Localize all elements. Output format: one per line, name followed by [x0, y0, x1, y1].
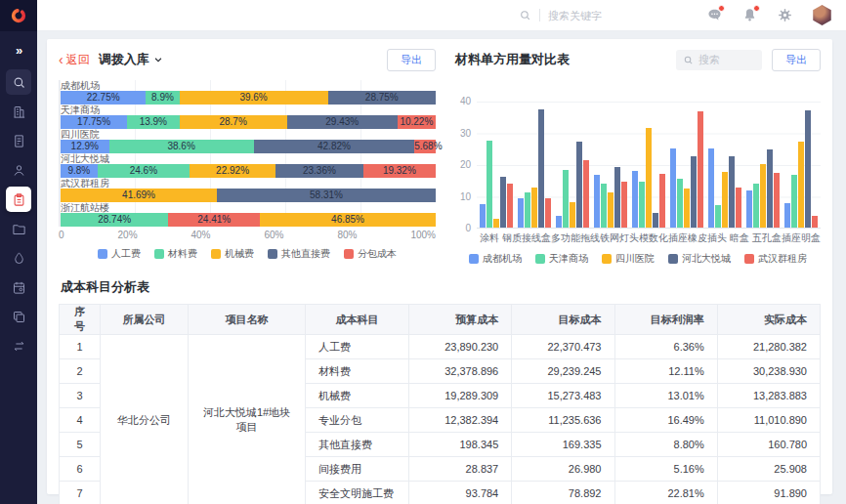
bar[interactable] [708, 148, 714, 228]
sidebar-item-copy[interactable] [6, 304, 31, 329]
bar[interactable] [691, 156, 697, 228]
bar[interactable] [653, 213, 658, 228]
sidebar-item-transfer[interactable] [6, 333, 31, 358]
bar[interactable] [576, 142, 582, 228]
bar[interactable] [677, 179, 683, 228]
bar-segment[interactable]: 29.43% [287, 115, 398, 129]
legend-item[interactable]: 四川医院 [602, 252, 655, 266]
sidebar-item-drop[interactable] [6, 245, 31, 271]
bar[interactable] [812, 216, 818, 228]
bar-segment[interactable]: 28.7% [180, 115, 287, 129]
bar-segment[interactable]: 39.6% [180, 91, 328, 105]
bar[interactable] [805, 110, 811, 228]
bar[interactable] [746, 190, 752, 228]
legend-item[interactable]: 机械费 [211, 247, 254, 261]
bar-segment[interactable]: 28.75% [328, 91, 436, 105]
sidebar-item-folder[interactable] [6, 216, 31, 241]
bar-segment[interactable]: 28.74% [61, 213, 168, 227]
bar[interactable] [486, 141, 492, 228]
bar[interactable] [753, 184, 759, 229]
avatar[interactable] [812, 5, 832, 25]
chart-search-input[interactable] [698, 54, 755, 65]
bar[interactable] [507, 184, 513, 228]
sidebar-item-clipboard[interactable] [6, 187, 31, 212]
bar[interactable] [570, 202, 575, 228]
bar[interactable] [736, 188, 741, 228]
bar[interactable] [798, 142, 804, 228]
legend-item[interactable]: 武汉群租房 [744, 252, 807, 266]
sidebar-item-user[interactable] [6, 157, 31, 183]
sidebar-expand-icon[interactable]: » [16, 43, 21, 58]
bar-segment[interactable]: 41.69% [61, 189, 217, 202]
legend-item[interactable]: 分包成本 [344, 247, 397, 261]
bell-icon[interactable] [741, 7, 758, 23]
bar-segment[interactable]: 10.22% [398, 115, 436, 129]
bar[interactable] [500, 177, 506, 228]
export-button-left[interactable]: 导出 [387, 49, 436, 71]
bar[interactable] [722, 172, 728, 228]
back-button[interactable]: ‹ 返回 [59, 52, 90, 68]
bar[interactable] [767, 149, 773, 228]
bar[interactable] [715, 205, 721, 228]
bar-segment[interactable]: 13.9% [127, 115, 179, 129]
message-icon[interactable] [706, 7, 723, 23]
bar[interactable] [601, 184, 607, 228]
export-button-right[interactable]: 导出 [772, 49, 821, 71]
sidebar-item-document[interactable] [6, 128, 31, 153]
bar-segment[interactable]: 58.31% [217, 189, 436, 202]
bar-segment[interactable]: 24.6% [98, 164, 190, 178]
bar[interactable] [760, 164, 766, 228]
bar[interactable] [729, 156, 735, 228]
sidebar-item-calendar[interactable] [6, 274, 31, 300]
bar-segment[interactable]: 5.68% [414, 140, 436, 153]
bar-segment[interactable]: 23.36% [275, 164, 363, 178]
global-search-input[interactable] [548, 10, 656, 21]
bar[interactable] [480, 204, 486, 228]
bar[interactable] [608, 192, 613, 228]
bar-segment[interactable]: 22.92% [190, 164, 275, 178]
bar[interactable] [670, 148, 676, 228]
bar[interactable] [684, 189, 690, 228]
bar-segment[interactable]: 22.75% [61, 91, 146, 105]
bar-segment[interactable]: 42.82% [254, 140, 414, 153]
legend-item[interactable]: 人工费 [98, 247, 141, 261]
bar[interactable] [583, 160, 589, 228]
bar[interactable] [646, 128, 652, 228]
bar-segment[interactable]: 9.8% [61, 164, 98, 178]
bar[interactable] [698, 111, 703, 228]
bar[interactable] [563, 170, 569, 228]
legend-item[interactable]: 材料费 [154, 247, 197, 261]
legend-item[interactable]: 其他直接费 [268, 247, 330, 261]
chart-search[interactable] [676, 50, 762, 70]
bar-segment[interactable]: 38.6% [109, 140, 254, 153]
bar-segment[interactable]: 24.41% [168, 213, 260, 227]
bar[interactable] [531, 188, 537, 228]
bar[interactable] [659, 174, 665, 228]
sidebar-item-building[interactable] [6, 99, 31, 124]
bar[interactable] [784, 203, 790, 228]
bar[interactable] [545, 198, 551, 228]
legend-item[interactable]: 天津商场 [535, 252, 588, 266]
bar[interactable] [774, 173, 780, 228]
bar-segment[interactable]: 8.9% [146, 91, 179, 105]
bar-segment[interactable]: 19.32% [363, 164, 436, 178]
legend-item[interactable]: 成都机场 [469, 252, 522, 266]
bar[interactable] [614, 167, 620, 228]
gear-icon[interactable] [777, 7, 793, 23]
bar[interactable] [639, 182, 645, 228]
bar-segment[interactable]: 12.9% [61, 140, 109, 153]
sidebar-item-search[interactable] [6, 69, 31, 95]
bar[interactable] [556, 216, 562, 228]
bar-segment[interactable]: 17.75% [61, 115, 127, 129]
bar[interactable] [493, 219, 499, 228]
chevron-down-icon[interactable] [153, 55, 163, 64]
legend-item[interactable]: 河北大悦城 [668, 252, 731, 266]
bar[interactable] [518, 198, 524, 228]
bar[interactable] [594, 175, 600, 228]
global-search[interactable] [519, 9, 656, 21]
bar[interactable] [525, 192, 530, 228]
bar[interactable] [791, 175, 797, 228]
bar[interactable] [538, 109, 544, 228]
bar-segment[interactable]: 46.85% [260, 213, 436, 227]
bar[interactable] [632, 171, 638, 229]
